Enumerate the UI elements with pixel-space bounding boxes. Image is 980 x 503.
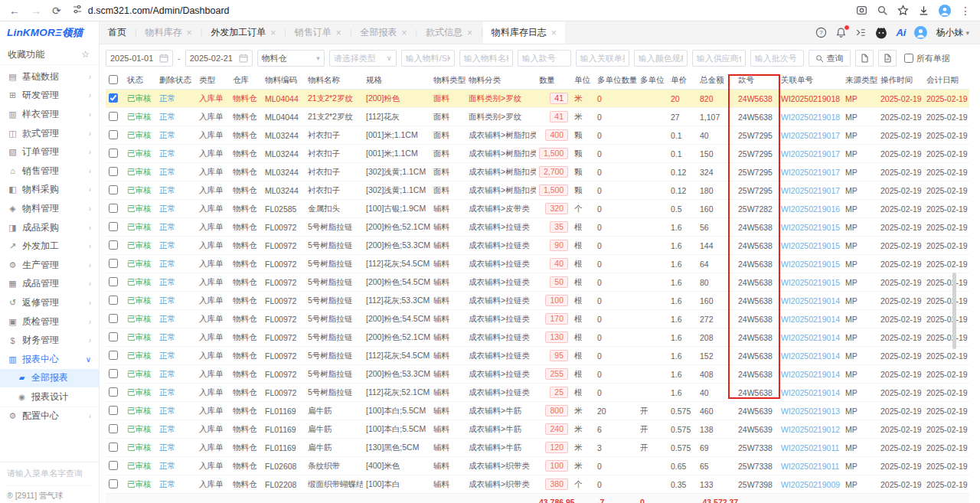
column-header-status[interactable]: 状态 bbox=[124, 72, 156, 90]
cell-ref_no[interactable]: WI20250219017 bbox=[778, 126, 842, 145]
sidebar-item-favorites[interactable]: 收藏功能 ☆ bbox=[0, 44, 99, 65]
cell-ref_no[interactable]: WI20250219015 bbox=[778, 237, 842, 255]
row-checkbox[interactable] bbox=[109, 259, 118, 268]
column-header-multi_unit[interactable]: 多单位 bbox=[637, 72, 668, 90]
row-checkbox[interactable] bbox=[109, 93, 118, 103]
cell-ref_no[interactable]: WI20250219009 bbox=[778, 475, 842, 494]
cell-ref_no[interactable]: WI20250219013 bbox=[778, 402, 842, 420]
column-header-multi_qty[interactable]: 多单位数量 bbox=[594, 72, 637, 90]
row-checkbox[interactable] bbox=[109, 167, 118, 176]
table-row[interactable]: 已审核正常入库单物料仓ML03244衬衣扣子[001]米;1.1CM面料成衣辅料… bbox=[106, 126, 969, 145]
column-header-amount[interactable]: 总金额 bbox=[697, 72, 735, 90]
table-scrollbar-thumb[interactable] bbox=[952, 273, 956, 349]
filter-input-5[interactable] bbox=[692, 50, 746, 67]
filter-input-0[interactable] bbox=[401, 50, 455, 67]
cell-ref_no[interactable]: WI20250219011 bbox=[778, 457, 842, 475]
download-icon[interactable] bbox=[918, 5, 929, 16]
lens-icon[interactable] bbox=[856, 5, 867, 16]
browser-profile-avatar[interactable] bbox=[939, 5, 951, 17]
table-row[interactable]: 已审核正常入库单物料仓FL01169扁牛筋[100]本白;5.5CM辅料成衣辅料… bbox=[106, 420, 969, 439]
row-checkbox[interactable] bbox=[109, 185, 118, 194]
row-checkbox[interactable] bbox=[109, 296, 118, 305]
row-checkbox[interactable] bbox=[109, 387, 118, 397]
column-header-style_no[interactable]: 款号 bbox=[735, 72, 778, 90]
table-row[interactable]: 已审核正常入库单物料仓ML0404421支2*2罗纹[200]粉色面料面料类别>… bbox=[106, 90, 969, 108]
table-row[interactable]: 已审核正常入库单物料仓FL009725号树脂拉链[200]粉色;54.5CM辅料… bbox=[106, 310, 969, 328]
layout-toggle-icon[interactable] bbox=[855, 27, 867, 38]
table-row[interactable]: 已审核正常入库单物料仓ML03244衬衣扣子[001]米;1.1CM面料成衣辅料… bbox=[106, 145, 969, 163]
close-icon[interactable]: × bbox=[270, 28, 276, 38]
filter-input-4[interactable] bbox=[634, 50, 688, 67]
sidebar-item[interactable]: ⚙配置中心› bbox=[0, 407, 99, 426]
cell-ref_no[interactable]: WI20250219014 bbox=[778, 384, 842, 402]
table-row[interactable]: 已审核正常入库单物料仓FL009725号树脂拉链[112]花灰;52.1CM辅料… bbox=[106, 384, 969, 402]
site-settings-icon[interactable] bbox=[72, 4, 83, 17]
row-checkbox[interactable] bbox=[109, 314, 118, 323]
sidebar-subitem[interactable]: ◉报表设计 bbox=[0, 387, 99, 407]
sidebar-item[interactable]: ⚙生产管理› bbox=[0, 256, 99, 275]
column-header-acct_date[interactable]: 会计日期 bbox=[923, 72, 969, 90]
row-checkbox[interactable] bbox=[109, 149, 118, 158]
column-header-mat_type[interactable]: 物料类型 bbox=[430, 72, 466, 90]
sidebar-subitem[interactable]: ▰全部报表 bbox=[0, 369, 99, 388]
row-checkbox[interactable] bbox=[109, 369, 118, 378]
column-header-warehouse[interactable]: 仓库 bbox=[230, 72, 262, 90]
back-icon[interactable]: ← bbox=[9, 5, 20, 16]
close-icon[interactable]: × bbox=[187, 28, 192, 38]
row-checkbox[interactable] bbox=[109, 240, 118, 250]
tab-外发加工订单[interactable]: 外发加工订单× bbox=[202, 21, 284, 44]
sidebar-item[interactable]: ▥样衣管理› bbox=[0, 105, 99, 124]
cell-ref_no[interactable]: WI20250219015 bbox=[778, 273, 842, 292]
cell-ref_no[interactable]: WI20250219017 bbox=[778, 163, 842, 181]
help-icon[interactable]: ? bbox=[815, 27, 827, 38]
table-row[interactable]: 已审核正常入库单物料仓ML0404421支2*2罗纹[112]花灰面料面料类别>… bbox=[106, 108, 969, 126]
close-icon[interactable]: × bbox=[336, 28, 341, 38]
close-icon[interactable]: × bbox=[467, 28, 472, 38]
cell-ref_no[interactable]: WI20250219011 bbox=[778, 439, 842, 457]
table-row[interactable]: 已审核正常入库单物料仓FL01169扁牛筋[100]本白;5.5CM辅料成衣辅料… bbox=[106, 402, 969, 420]
sidebar-item[interactable]: ↗外发加工› bbox=[0, 237, 99, 256]
table-row[interactable]: 已审核正常入库单物料仓FL009725号树脂拉链[200]粉色;52.1CM辅料… bbox=[106, 328, 969, 347]
row-checkbox[interactable] bbox=[109, 351, 118, 360]
filter-input-3[interactable] bbox=[576, 50, 629, 67]
table-row[interactable]: 已审核正常入库单物料仓ML03244衬衣扣子[302]浅黄;1.1CM面料成衣辅… bbox=[106, 163, 969, 181]
cell-ref_no[interactable]: WI20250219014 bbox=[778, 365, 842, 384]
mascot-icon[interactable] bbox=[875, 27, 887, 39]
bookmark-star-icon[interactable] bbox=[897, 5, 909, 16]
search-icon[interactable] bbox=[877, 5, 888, 16]
user-menu[interactable]: 杨小妹 ▾ bbox=[936, 26, 969, 39]
warehouse-select[interactable]: 物料仓 ▾ bbox=[257, 50, 325, 67]
column-header-unit[interactable]: 单位 bbox=[571, 72, 594, 90]
column-header-code[interactable]: 物料编码 bbox=[262, 72, 305, 90]
cell-ref_no[interactable]: WI20250219014 bbox=[778, 328, 842, 347]
column-header-price[interactable]: 单价 bbox=[668, 72, 697, 90]
sidebar-item[interactable]: $财务管理› bbox=[0, 331, 99, 350]
sidebar-item[interactable]: ▣质检管理› bbox=[0, 312, 99, 332]
column-header-op_time[interactable]: 操作时间 bbox=[877, 72, 923, 90]
all-orders-checkbox-wrap[interactable]: 所有单据 bbox=[904, 53, 950, 64]
column-header-type[interactable]: 类型 bbox=[196, 72, 230, 90]
cell-ref_no[interactable]: WI20250219015 bbox=[778, 255, 842, 273]
column-header-category[interactable]: 物料分类 bbox=[466, 72, 536, 90]
tab-全部报表[interactable]: 全部报表× bbox=[351, 21, 415, 44]
cell-ref_no[interactable]: WI20250219014 bbox=[778, 347, 842, 365]
cell-ref_no[interactable]: WI20250219015 bbox=[778, 218, 842, 237]
column-header-name[interactable]: 物料名称 bbox=[305, 72, 363, 90]
notification-bell-icon[interactable] bbox=[835, 27, 847, 38]
filter-input-1[interactable] bbox=[459, 50, 513, 67]
user-avatar[interactable] bbox=[914, 26, 927, 39]
date-from-picker[interactable]: 2025-01-01 bbox=[106, 50, 173, 67]
table-row[interactable]: 已审核正常入库单物料仓FL009725号树脂拉链[200]粉色;52.1CM辅料… bbox=[106, 218, 969, 237]
export-report-button[interactable] bbox=[878, 50, 897, 67]
filter-input-2[interactable] bbox=[518, 50, 571, 67]
sidebar-item[interactable]: ◨成品采购› bbox=[0, 218, 99, 237]
sidebar-item[interactable]: ◧物料采购› bbox=[0, 181, 99, 200]
tab-销售订单[interactable]: 销售订单× bbox=[286, 21, 350, 44]
browser-menu-icon[interactable]: ⋮ bbox=[960, 5, 971, 16]
row-checkbox[interactable] bbox=[109, 277, 118, 286]
row-checkbox[interactable] bbox=[109, 406, 118, 415]
forward-icon[interactable]: → bbox=[31, 5, 41, 16]
tab-物料库存[interactable]: 物料库存× bbox=[137, 21, 201, 44]
sidebar-item[interactable]: ↺返修管理› bbox=[0, 293, 99, 312]
row-checkbox[interactable] bbox=[109, 461, 118, 470]
